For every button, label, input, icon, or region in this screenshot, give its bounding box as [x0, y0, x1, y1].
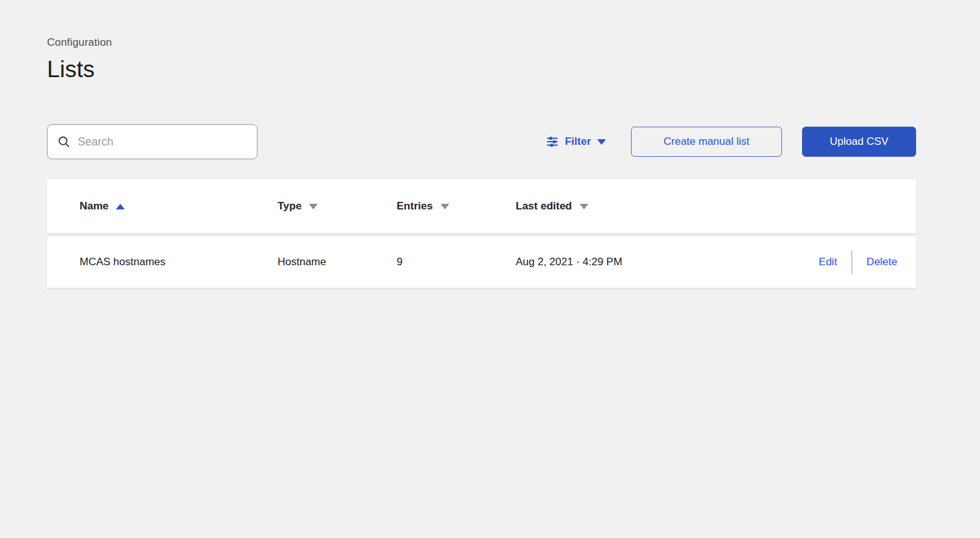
column-label: Entries	[397, 200, 433, 213]
breadcrumb: Configuration	[47, 36, 916, 49]
toolbar-actions: Filter Create manual list Upload CSV	[546, 127, 916, 157]
delete-link[interactable]: Delete	[867, 256, 897, 268]
column-label: Name	[80, 200, 108, 213]
lists-page: { "page": { "eyebrow": "Configuration", …	[0, 0, 980, 538]
cell-type: Hostname	[278, 256, 397, 268]
create-manual-list-button[interactable]: Create manual list	[631, 127, 782, 157]
toolbar: Filter Create manual list Upload CSV	[47, 124, 916, 159]
search-icon	[58, 135, 70, 148]
column-label: Last edited	[516, 200, 572, 213]
upload-csv-button[interactable]: Upload CSV	[802, 127, 916, 157]
column-header-type[interactable]: Type	[278, 200, 397, 213]
cell-entries: 9	[397, 256, 516, 268]
cell-name: MCAS hostnames	[80, 256, 278, 268]
column-header-entries[interactable]: Entries	[397, 200, 516, 213]
edit-link[interactable]: Edit	[819, 256, 837, 268]
table-header-row: Name Type Entries Last edited	[47, 179, 916, 233]
row-actions: Edit Delete	[819, 250, 897, 274]
caret-down-icon	[309, 204, 318, 209]
cell-last-edited: Aug 2, 2021 · 4:29 PM	[516, 256, 819, 268]
chevron-down-icon	[597, 139, 606, 145]
column-header-name[interactable]: Name	[80, 200, 278, 213]
lists-table: Name Type Entries Last edited MCAS hostn…	[47, 179, 916, 288]
page-title: Lists	[47, 56, 916, 83]
search-box[interactable]	[47, 124, 258, 159]
caret-up-icon	[116, 204, 125, 209]
search-input[interactable]	[78, 135, 248, 149]
table-row: MCAS hostnames Hostname 9 Aug 2, 2021 · …	[47, 236, 916, 288]
filter-label: Filter	[565, 135, 591, 148]
caret-down-icon	[580, 204, 588, 209]
filter-dropdown[interactable]: Filter	[546, 135, 606, 148]
column-label: Type	[278, 200, 301, 213]
caret-down-icon	[440, 204, 449, 209]
divider	[852, 250, 852, 274]
column-header-last-edited[interactable]: Last edited	[516, 200, 897, 213]
main-content: Configuration Lists	[0, 36, 980, 288]
filter-sliders-icon	[546, 135, 559, 148]
